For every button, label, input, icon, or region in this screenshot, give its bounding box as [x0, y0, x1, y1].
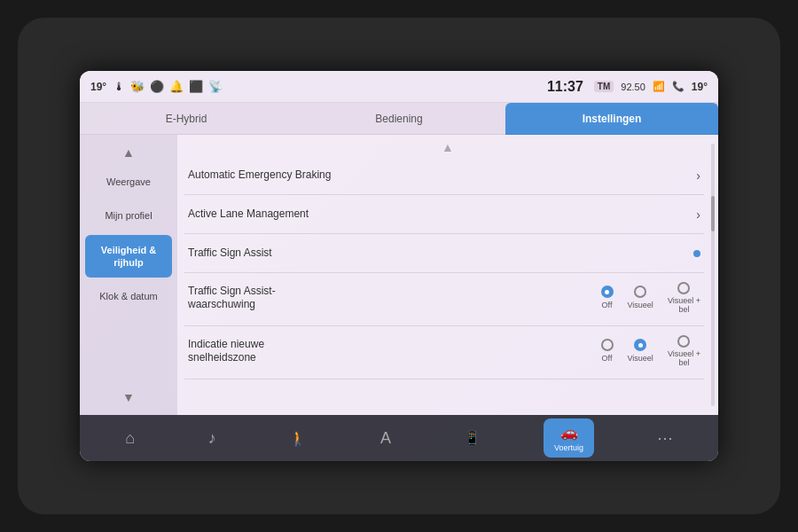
tsa-label: Traffic Sign Assist: [188, 246, 686, 261]
indicatie-off-label: Off: [602, 354, 613, 364]
indicatie-label: Indicatie nieuwe snelheidszone: [188, 338, 321, 365]
tsa-warning-off[interactable]: Off: [601, 286, 614, 310]
car-icon: 🚗: [560, 424, 578, 441]
music-icon: ♪: [208, 429, 216, 448]
nav-car[interactable]: 🚗 Voertuig: [544, 419, 594, 458]
temp-left: 19°: [90, 81, 106, 93]
wifi-icon: 📶: [653, 81, 665, 92]
gps-icon: 📡: [208, 80, 223, 93]
indicatie-radio-group: Off Visueel Visueel +bel: [601, 335, 700, 368]
tm-badge: TM: [594, 81, 614, 92]
indicatie-visueel-bel-radio[interactable]: [677, 335, 690, 348]
home-icon: ⌂: [125, 429, 135, 448]
mobile-icon: 📱: [464, 430, 481, 446]
apps-icon: ⋯: [657, 428, 673, 448]
bee-icon: 🐝: [130, 80, 145, 93]
aeb-arrow-icon: ›: [696, 168, 700, 183]
sidebar-item-klok-datum[interactable]: Klok & datum: [85, 281, 172, 311]
nav-music[interactable]: ♪: [198, 424, 227, 453]
menu-item-indicatie: Indicatie nieuwe snelheidszone Off Visue…: [184, 326, 704, 379]
bell-icon: 🔔: [169, 80, 184, 93]
sidebar-item-mijn-profiel[interactable]: Mijn profiel: [85, 200, 172, 231]
alm-label: Active Lane Management: [188, 207, 689, 222]
indicatie-visueel-label: Visueel: [628, 354, 653, 364]
car-frame: 19° 🌡 🐝 ⚫ 🔔 ⬛ 📡 11:37 TM 92.50 📶 📞 19° E…: [18, 18, 780, 514]
scroll-thumb[interactable]: [711, 196, 715, 231]
tab-bediening[interactable]: Bediening: [293, 103, 505, 135]
nav-person[interactable]: 🚶: [278, 425, 317, 452]
alm-arrow-icon: ›: [696, 207, 700, 222]
person-icon: 🚶: [289, 430, 307, 447]
menu-item-aeb[interactable]: Automatic Emergency Braking ›: [184, 156, 704, 195]
main-content: ▲ Weergave Mijn profiel Veiligheid & rij…: [80, 135, 718, 415]
tsa-dot: [693, 250, 700, 257]
fire-icon: 🌡: [113, 80, 125, 93]
square-icon: ⬛: [189, 80, 203, 93]
menu-item-tsa-warning: Traffic Sign Assist-waarschuwing Off Vis…: [184, 273, 704, 326]
tm-value: 92.50: [621, 82, 645, 92]
status-bar: 19° 🌡 🐝 ⚫ 🔔 ⬛ 📡 11:37 TM 92.50 📶 📞 19°: [80, 71, 718, 103]
temp-right: 19°: [692, 81, 708, 93]
circle-icon: ⚫: [150, 80, 164, 93]
phone-icon: 📞: [672, 81, 685, 92]
tsa-warning-visueel-bel[interactable]: Visueel +bel: [668, 282, 700, 315]
screen: 19° 🌡 🐝 ⚫ 🔔 ⬛ 📡 11:37 TM 92.50 📶 📞 19° E…: [80, 71, 718, 461]
indicatie-visueel-bel[interactable]: Visueel +bel: [668, 335, 700, 368]
scroll-up-button[interactable]: ▲: [80, 142, 177, 163]
chevron-up-icon: ▲: [442, 140, 454, 154]
indicatie-visueel[interactable]: Visueel: [628, 339, 653, 364]
bottom-nav: ⌂ ♪ 🚶 A 📱 🚗 Voertuig ⋯: [80, 415, 718, 461]
sidebar-item-weergave[interactable]: Weergave: [85, 167, 172, 197]
menu-item-alm[interactable]: Active Lane Management ›: [184, 195, 704, 234]
tsa-warning-radio-group: Off Visueel Visueel +bel: [601, 282, 700, 315]
nav-home[interactable]: ⌂: [114, 424, 145, 453]
indicatie-visueel-bel-label: Visueel +bel: [668, 350, 700, 368]
indicatie-visueel-radio[interactable]: [634, 339, 646, 351]
menu-item-tsa[interactable]: Traffic Sign Assist: [184, 234, 704, 273]
scroll-down-button[interactable]: ▼: [80, 387, 177, 408]
sidebar-item-veiligheid[interactable]: Veiligheid & rijhulp: [85, 235, 172, 278]
content-panel: ▲ Automatic Emergency Braking › Active L…: [177, 135, 718, 415]
tab-bar: E-Hybrid Bediening Instellingen: [80, 103, 718, 135]
indicatie-off-radio[interactable]: [601, 339, 614, 351]
tsa-warning-visueel-bel-label: Visueel +bel: [668, 297, 700, 315]
indicatie-off[interactable]: Off: [601, 339, 614, 364]
tsa-warning-off-radio[interactable]: [601, 286, 614, 298]
tsa-warning-visueel-label: Visueel: [628, 301, 653, 310]
content-header: ▲: [177, 135, 718, 156]
tab-instellingen[interactable]: Instellingen: [505, 103, 718, 135]
tsa-warning-label: Traffic Sign Assist-waarschuwing: [188, 285, 321, 312]
nav-phone[interactable]: 📱: [453, 425, 491, 451]
sidebar: ▲ Weergave Mijn profiel Veiligheid & rij…: [80, 135, 177, 415]
scroll-track: [711, 144, 715, 406]
nav-apps[interactable]: ⋯: [646, 423, 684, 453]
status-time: 11:37: [547, 79, 583, 95]
nav-text[interactable]: A: [370, 424, 402, 453]
nav-car-label: Voertuig: [554, 443, 583, 452]
tsa-warning-off-label: Off: [602, 301, 613, 310]
tsa-warning-visueel[interactable]: Visueel: [628, 286, 653, 310]
status-right: TM 92.50 📶 📞 19°: [594, 81, 708, 93]
tsa-warning-visueel-bel-radio[interactable]: [677, 282, 690, 294]
status-icons: 🌡 🐝 ⚫ 🔔 ⬛ 📡: [113, 80, 536, 93]
tab-ehybrid[interactable]: E-Hybrid: [80, 103, 293, 135]
aeb-label: Automatic Emergency Braking: [188, 168, 689, 183]
text-icon: A: [380, 429, 391, 448]
tsa-warning-visueel-radio[interactable]: [634, 286, 646, 298]
menu-items: Automatic Emergency Braking › Active Lan…: [177, 156, 718, 415]
